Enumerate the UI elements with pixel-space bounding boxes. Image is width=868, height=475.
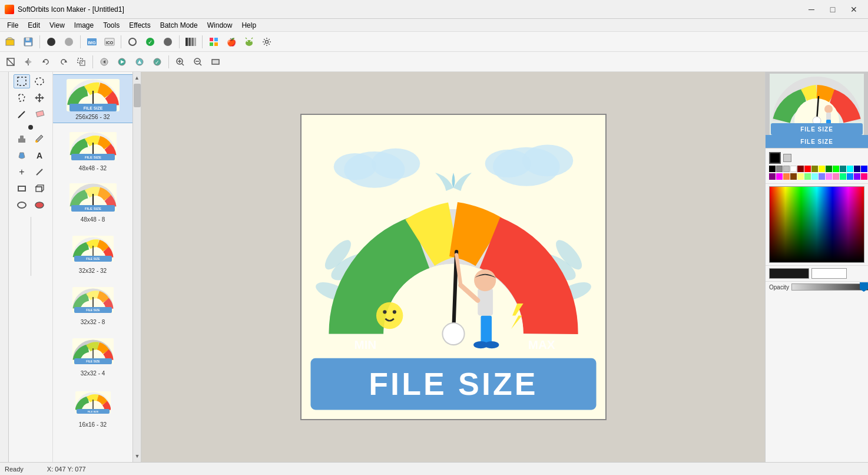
tb-zoom-in[interactable]: [172, 54, 188, 70]
hex-input-2[interactable]: FF FF FF: [811, 268, 847, 279]
tb-android[interactable]: [241, 34, 257, 50]
swatch[interactable]: [819, 173, 825, 180]
swatch[interactable]: [790, 166, 797, 172]
swatch[interactable]: [797, 166, 804, 172]
menu-view[interactable]: View: [45, 20, 69, 31]
swatch[interactable]: [847, 173, 853, 180]
maximize-button[interactable]: □: [823, 4, 842, 15]
icon-item-4[interactable]: FILE SIZE 32x32 - 8: [53, 279, 132, 328]
menu-image[interactable]: Image: [69, 20, 98, 31]
tb-strip[interactable]: [183, 34, 199, 50]
foreground-color[interactable]: [769, 152, 781, 164]
tb-check-green[interactable]: ✓: [142, 34, 158, 50]
icon-list-scrollbar[interactable]: ▲ ▼: [132, 72, 141, 462]
swatch[interactable]: [819, 166, 825, 172]
tool-pen[interactable]: [14, 107, 30, 121]
tool-add[interactable]: +: [14, 165, 30, 179]
menu-tools[interactable]: Tools: [98, 20, 124, 31]
tool-rect-shape[interactable]: [14, 182, 30, 196]
swatch[interactable]: [854, 166, 860, 172]
menu-batchmode[interactable]: Batch Mode: [155, 20, 203, 31]
swatch[interactable]: [797, 173, 804, 180]
tool-eraser[interactable]: [31, 107, 48, 121]
menu-edit[interactable]: Edit: [23, 20, 45, 31]
swatch[interactable]: [861, 166, 867, 172]
background-color[interactable]: [783, 154, 791, 162]
swatch[interactable]: [769, 166, 776, 172]
swatch[interactable]: [833, 173, 839, 180]
color-picker-gradient[interactable]: [769, 186, 864, 263]
tool-knife[interactable]: [31, 165, 48, 179]
canvas-container[interactable]: MIN MAX: [300, 114, 607, 420]
tool-stamp[interactable]: [14, 132, 30, 146]
tool-eyedrop[interactable]: [31, 132, 48, 146]
scroll-thumb[interactable]: [134, 84, 141, 107]
tb-rotate-ccw[interactable]: [38, 54, 54, 70]
swatch[interactable]: [847, 166, 853, 172]
icon-item-6[interactable]: FILE SIZE 16x16 - 32: [53, 382, 132, 431]
swatch[interactable]: [840, 166, 846, 172]
scroll-up-btn[interactable]: ▲: [133, 72, 141, 84]
swatch[interactable]: [769, 173, 776, 180]
icon-item-3[interactable]: FILE SIZE 32x32 - 32: [53, 228, 132, 277]
tb-circle-gray[interactable]: [61, 34, 77, 50]
tb-windows[interactable]: [206, 34, 222, 50]
menu-effects[interactable]: Effects: [124, 20, 155, 31]
icon-scroll-list[interactable]: FILE SIZE 256x256 - 32: [53, 72, 132, 462]
tb-circle-empty[interactable]: [124, 34, 141, 50]
tb-transform[interactable]: [73, 54, 90, 70]
tool-select-circle[interactable]: [31, 74, 48, 88]
tb-circle-dark[interactable]: [160, 34, 176, 50]
tool-move[interactable]: [31, 91, 48, 105]
canvas-area[interactable]: MIN MAX: [141, 72, 765, 462]
swatch[interactable]: [783, 166, 790, 172]
tb-up-circle[interactable]: [131, 54, 148, 70]
tb-circle-black[interactable]: [43, 34, 59, 50]
icon-item-5[interactable]: FILE SIZE 32x32 - 4: [53, 331, 132, 380]
menu-window[interactable]: Window: [203, 20, 237, 31]
swatch[interactable]: [811, 166, 818, 172]
tool-3d-rect[interactable]: [31, 182, 48, 196]
tb-zoom-out[interactable]: [190, 54, 206, 70]
swatch[interactable]: [826, 166, 832, 172]
tb-apple[interactable]: 🍎: [223, 34, 240, 50]
tb-export-img[interactable]: IMG: [84, 34, 100, 50]
swatch[interactable]: [804, 166, 811, 172]
tool-select-rect[interactable]: [14, 74, 30, 88]
close-button[interactable]: ✕: [844, 4, 863, 15]
icon-item-1[interactable]: FILE SIZE 48x48 - 32: [53, 126, 132, 174]
tb-play[interactable]: [114, 54, 130, 70]
swatch[interactable]: [776, 173, 783, 180]
tool-select-free[interactable]: [14, 91, 30, 105]
swatch[interactable]: [811, 173, 818, 180]
tb-reset[interactable]: [2, 54, 19, 70]
tb-export-ico[interactable]: ICO: [101, 34, 118, 50]
tb-flip-h[interactable]: [20, 54, 37, 70]
tb-settings[interactable]: [259, 34, 275, 50]
menu-file[interactable]: File: [2, 20, 23, 31]
tb-rect-view[interactable]: [207, 54, 224, 70]
swatch[interactable]: [804, 173, 811, 180]
tb-open[interactable]: [2, 34, 19, 50]
canvas-svg[interactable]: MIN MAX: [302, 115, 605, 419]
tb-back[interactable]: [96, 54, 112, 70]
swatch[interactable]: [783, 173, 790, 180]
swatch[interactable]: [840, 173, 846, 180]
swatch[interactable]: [826, 173, 832, 180]
opacity-slider[interactable]: [791, 283, 868, 291]
hex-input-1[interactable]: 00 00 00 00: [769, 268, 809, 279]
scroll-down-btn[interactable]: ▼: [134, 450, 141, 462]
tb-rotate-cw[interactable]: [55, 54, 72, 70]
tool-text[interactable]: A: [31, 149, 48, 163]
icon-item-0[interactable]: FILE SIZE 256x256 - 32: [53, 74, 132, 123]
minimize-button[interactable]: ─: [802, 4, 821, 15]
swatch[interactable]: [790, 173, 797, 180]
tool-bucket[interactable]: [14, 149, 30, 163]
swatch[interactable]: [861, 173, 867, 180]
tool-fill-ellipse[interactable]: [31, 198, 48, 212]
icon-item-2[interactable]: FILE SIZE 48x48 - 8: [53, 177, 132, 226]
tb-save[interactable]: [20, 34, 37, 50]
swatch[interactable]: [854, 173, 860, 180]
tb-check-circle[interactable]: ✓: [149, 54, 165, 70]
menu-help[interactable]: Help: [237, 20, 261, 31]
